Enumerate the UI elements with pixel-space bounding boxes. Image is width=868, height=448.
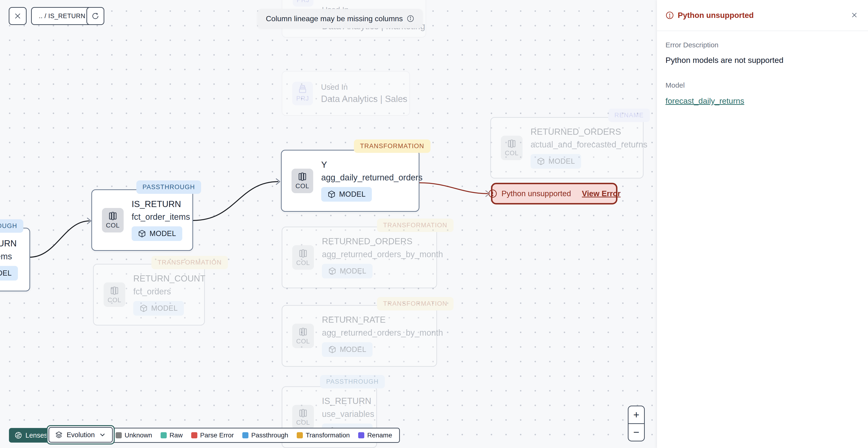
model-chip: MODEL: [132, 226, 182, 241]
passthrough-badge: PASSTHROUGH: [136, 180, 201, 194]
rename-badge: RENAME: [608, 109, 650, 122]
node-subtitle: use_variables: [322, 409, 374, 419]
model-chip: MODEL: [0, 266, 18, 280]
columns-icon: [298, 248, 308, 259]
legend-item-rename: Rename: [358, 431, 392, 439]
transformation-badge: TRANSFORMATION: [151, 256, 228, 269]
panel-title: Python unsupported: [678, 11, 754, 20]
model-link[interactable]: forecast_daily_returns: [665, 96, 744, 106]
refresh-button[interactable]: [86, 7, 104, 25]
node-subtitle: actual_and_forecasted_returns: [531, 140, 647, 149]
node-subtitle: agg_returned_orders_by_month: [322, 328, 443, 337]
node-title: RETURNED_ORDERS: [322, 237, 412, 247]
cube-icon: [327, 190, 336, 199]
panel-body: Error Description Python models are not …: [657, 31, 868, 115]
column-icon-box: COL: [102, 208, 124, 233]
node-subtitle: order_items: [0, 251, 12, 261]
evolution-focus-ring: Evolution: [46, 425, 115, 445]
column-icon-box: COL: [291, 169, 313, 193]
project-icon-box: PRJ: [293, 0, 313, 7]
node-subtitle: agg_returned_orders_by_month: [322, 249, 443, 259]
column-icon-box: COL: [501, 136, 523, 160]
edge-isreturn-to-y: [193, 182, 278, 220]
project-stack-icon: [298, 85, 307, 94]
node-used-in-sales[interactable]: PRJ Used In Data Analytics | Sales: [282, 71, 410, 116]
column-icon-box: COL: [292, 245, 314, 270]
node-return-rate[interactable]: TRANSFORMATION COL RETURN_RATE agg_retur…: [282, 305, 437, 367]
columns-icon: [110, 286, 119, 296]
passthrough-badge: PASSTHROUGH: [0, 219, 23, 233]
error-detail-panel: Python unsupported Error Description Pyt…: [657, 0, 868, 448]
node-subtitle: fct_order_items: [132, 212, 190, 222]
app-window: PRJ Used In Data Analytics | Marketing P…: [0, 0, 868, 448]
parse-error-swatch: [191, 432, 197, 438]
refresh-icon: [91, 12, 99, 20]
raw-swatch: [161, 432, 167, 438]
alert-circle-icon: [488, 189, 497, 198]
node-title: IS_RETURN: [132, 199, 181, 209]
zoom-controls: + −: [628, 406, 645, 441]
column-icon-box: COL: [292, 405, 314, 429]
cube-icon: [140, 304, 148, 312]
node-is-return-order-items-partial[interactable]: PASSTHROUGH COL IS_RETURN order_items MO…: [0, 228, 30, 291]
passthrough-swatch: [242, 432, 248, 438]
panel-close-button[interactable]: [848, 8, 861, 22]
node-python-unsupported-error[interactable]: Python unsupported View Error: [491, 183, 617, 205]
error-description-text: Python models are not supported: [665, 56, 860, 65]
legend-item-passthrough: Passthrough: [242, 431, 288, 439]
passthrough-badge: PASSTHROUGH: [320, 375, 385, 388]
columns-icon: [108, 211, 118, 221]
aperture-icon: [14, 431, 22, 439]
layers-icon: [55, 431, 63, 439]
node-return-count[interactable]: TRANSFORMATION COL RETURN_COUNT fct_orde…: [93, 264, 205, 326]
model-chip: MODEL: [321, 187, 372, 202]
legend-item-raw: Raw: [161, 431, 183, 439]
node-returned-orders-by-month[interactable]: TRANSFORMATION COL RETURNED_ORDERS agg_r…: [282, 227, 437, 288]
model-chip: MODEL: [322, 264, 373, 278]
zoom-out-button[interactable]: −: [628, 424, 644, 441]
node-is-return-fct-order-items[interactable]: PASSTHROUGH COL IS_RETURN fct_order_item…: [91, 189, 193, 251]
evolution-dropdown[interactable]: Evolution: [49, 427, 113, 443]
chevron-down-icon: [98, 431, 106, 439]
view-error-link[interactable]: View Error: [582, 189, 620, 198]
arrowhead-icon: [87, 218, 91, 224]
unknown-swatch: [116, 432, 122, 438]
columns-icon: [507, 139, 517, 149]
node-title: Used In: [321, 83, 348, 92]
node-subtitle: Data Analytics | Sales: [321, 94, 407, 104]
alert-circle-icon: [665, 11, 674, 20]
node-title: RETURN_COUNT: [133, 274, 205, 284]
error-description-label: Error Description: [665, 41, 860, 49]
lineage-canvas[interactable]: PRJ Used In Data Analytics | Marketing P…: [0, 0, 657, 448]
zoom-in-button[interactable]: +: [628, 406, 644, 424]
error-node-label: Python unsupported: [502, 189, 571, 198]
model-label: Model: [665, 81, 860, 89]
close-lineage-button[interactable]: [9, 7, 27, 25]
info-icon[interactable]: [407, 15, 414, 22]
cube-icon: [328, 345, 337, 354]
node-title: RETURNED_ORDERS: [531, 127, 621, 137]
columns-icon: [298, 327, 308, 337]
cube-icon: [328, 267, 337, 275]
project-icon-box: PRJ: [292, 82, 313, 105]
transformation-swatch: [297, 432, 303, 438]
breadcrumb[interactable]: .. / IS_RETURN: [31, 7, 93, 25]
transformation-badge: TRANSFORMATION: [354, 140, 431, 153]
banner-text: Column lineage may be missing columns: [266, 14, 403, 23]
node-subtitle: fct_orders: [133, 287, 171, 296]
node-title: RETURN_RATE: [322, 315, 386, 325]
node-title: IS_RETURN: [0, 239, 17, 249]
cube-icon: [537, 157, 545, 166]
node-title: Y: [321, 160, 327, 170]
transformation-badge: TRANSFORMATION: [377, 297, 454, 310]
rename-swatch: [358, 432, 364, 438]
node-y-agg-daily-returned-orders[interactable]: TRANSFORMATION COL Y agg_daily_returned_…: [281, 150, 420, 212]
transformation-badge: TRANSFORMATION: [377, 218, 454, 232]
close-icon: [851, 11, 858, 19]
close-icon: [14, 12, 22, 20]
node-subtitle: agg_daily_returned_orders: [321, 173, 423, 182]
edge-left-to-isreturn: [29, 221, 90, 257]
edge-y-to-error: [420, 183, 488, 193]
legend-item-unknown: Unknown: [116, 431, 152, 439]
node-returned-orders-forecast[interactable]: RENAME COL RETURNED_ORDERS actual_and_fo…: [490, 117, 644, 179]
